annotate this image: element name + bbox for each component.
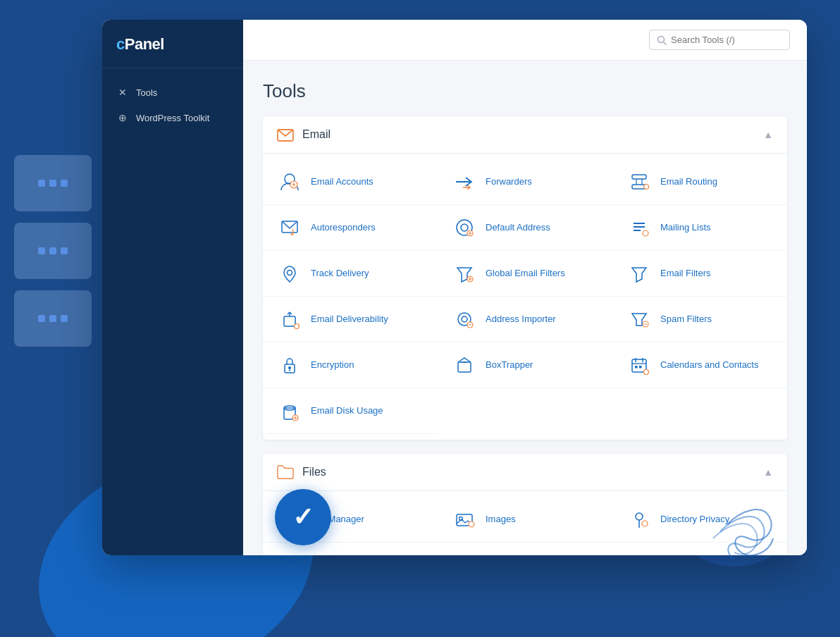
tool-email-deliverability-label: Email Deliverability [311, 314, 388, 326]
main-window: cPanel ✕ Tools ⊕ WordPress Toolkit [102, 20, 807, 555]
tool-email-deliverability[interactable]: Email Deliverability [263, 297, 438, 342]
tool-spam-filters[interactable]: Spam Filters [612, 297, 787, 342]
svg-point-64 [469, 521, 474, 527]
email-collapse-btn[interactable]: ▲ [763, 129, 773, 140]
svg-point-67 [642, 521, 648, 526]
email-section-header: Email ▲ [263, 116, 787, 154]
sidebar-item-tools-label: Tools [136, 87, 157, 98]
tool-forwarders-label: Forwarders [486, 176, 532, 188]
svg-point-23 [643, 230, 648, 236]
boxtrapper-icon [452, 352, 477, 378]
tool-calendars-contacts-label: Calendars and Contacts [660, 359, 758, 371]
svg-line-1 [664, 42, 667, 44]
email-section: Email ▲ [263, 116, 787, 440]
svg-marker-29 [632, 268, 646, 282]
tool-default-address-label: Default Address [486, 222, 550, 234]
email-accounts-icon [277, 169, 302, 194]
ftp-accounts-icon: FTP [626, 552, 652, 555]
sidebar-nav: ✕ Tools ⊕ WordPress Toolkit [102, 68, 243, 142]
tools-icon: ✕ [116, 87, 129, 98]
tool-email-accounts[interactable]: Email Accounts [263, 159, 438, 205]
tool-global-email-filters-label: Global Email Filters [486, 268, 565, 280]
svg-rect-45 [458, 362, 471, 372]
tool-mailing-lists[interactable]: Mailing Lists [612, 205, 787, 251]
tool-mailing-lists-label: Mailing Lists [660, 222, 711, 234]
tool-boxtrapper[interactable]: BoxTrapper [438, 342, 612, 388]
tool-web-disk[interactable]: Web Disk [438, 543, 612, 555]
tool-spam-filters-label: Spam Filters [660, 314, 712, 326]
sidebar-item-wordpress[interactable]: ⊕ WordPress Toolkit [102, 105, 243, 130]
tool-ftp-accounts[interactable]: FTP FTP Accounts [612, 543, 787, 555]
email-deliverability-icon [277, 307, 302, 332]
svg-point-43 [288, 366, 291, 369]
track-delivery-icon [277, 261, 302, 286]
images-icon [452, 507, 477, 532]
svg-point-16 [461, 224, 468, 231]
top-bar [243, 20, 807, 61]
logo-c: c [116, 35, 125, 53]
mini-card-3 [14, 290, 92, 347]
email-section-title: Email [302, 128, 331, 141]
email-disk-usage-icon [277, 398, 302, 423]
tool-calendars-contacts[interactable]: Calendars and Contacts [612, 342, 787, 388]
mini-cards-decoration [14, 155, 92, 347]
tool-directory-privacy-label: Directory Privacy [660, 514, 729, 526]
files-collapse-btn[interactable]: ▲ [763, 466, 773, 478]
tool-autoresponders[interactable]: Autoresponders [263, 205, 438, 251]
svg-point-24 [288, 271, 292, 276]
tool-address-importer-label: Address Importer [486, 314, 556, 326]
forwarders-icon [452, 169, 477, 194]
mini-card-2 [14, 223, 92, 279]
mailing-lists-icon [626, 215, 652, 240]
svg-point-65 [636, 513, 643, 520]
tool-forwarders[interactable]: Forwarders [438, 159, 612, 205]
tool-track-delivery-label: Track Delivery [311, 268, 369, 280]
email-filters-icon [626, 261, 652, 286]
address-importer-icon [452, 307, 477, 332]
calendars-contacts-icon [626, 352, 652, 378]
email-section-header-left: Email [277, 126, 331, 143]
svg-rect-51 [635, 366, 638, 369]
svg-point-53 [644, 370, 649, 375]
content-area: Tools Email ▲ [243, 61, 807, 555]
autoresponders-icon [277, 215, 302, 240]
search-box[interactable] [649, 30, 790, 50]
tool-default-address[interactable]: Default Address [438, 205, 612, 251]
web-disk-icon [452, 552, 477, 555]
mini-card-1 [14, 155, 92, 211]
tool-encryption[interactable]: Encryption [263, 342, 438, 388]
sidebar-item-tools[interactable]: ✕ Tools [102, 80, 243, 105]
tool-directory-privacy[interactable]: Directory Privacy [612, 497, 787, 543]
tool-address-importer[interactable]: Address Importer [438, 297, 612, 342]
files-section-header: Files ▲ [263, 454, 787, 491]
svg-point-13 [644, 185, 649, 190]
tool-email-routing[interactable]: Email Routing [612, 159, 787, 205]
sidebar-logo: cPanel [102, 20, 243, 68]
cpanel-logo: cPanel [116, 35, 229, 54]
disk-usage-icon [277, 552, 302, 555]
tool-track-delivery[interactable]: Track Delivery [263, 251, 438, 297]
directory-privacy-icon [626, 507, 652, 532]
tool-images[interactable]: Images [438, 497, 612, 543]
global-email-filters-icon [452, 261, 477, 286]
logo-panel: Panel [125, 35, 164, 53]
files-section-title: Files [302, 466, 326, 478]
svg-rect-52 [639, 366, 642, 369]
tool-email-disk-usage-label: Email Disk Usage [311, 405, 383, 417]
svg-point-34 [295, 324, 299, 329]
tool-disk-usage[interactable]: Disk Usage [263, 543, 438, 555]
search-input[interactable] [671, 35, 777, 45]
tool-autoresponders-label: Autoresponders [311, 222, 376, 234]
tool-email-filters-label: Email Filters [660, 268, 711, 280]
search-icon [657, 35, 667, 45]
svg-point-36 [462, 316, 467, 322]
tool-email-filters[interactable]: Email Filters [612, 251, 787, 297]
page-title: Tools [263, 80, 787, 102]
tool-email-disk-usage[interactable]: Email Disk Usage [263, 388, 438, 434]
svg-rect-9 [632, 175, 646, 179]
files-section-header-left: Files [277, 464, 326, 481]
tool-boxtrapper-label: BoxTrapper [486, 359, 533, 371]
tool-global-email-filters[interactable]: Global Email Filters [438, 251, 612, 297]
svg-rect-30 [284, 316, 295, 326]
email-routing-icon [626, 169, 652, 194]
